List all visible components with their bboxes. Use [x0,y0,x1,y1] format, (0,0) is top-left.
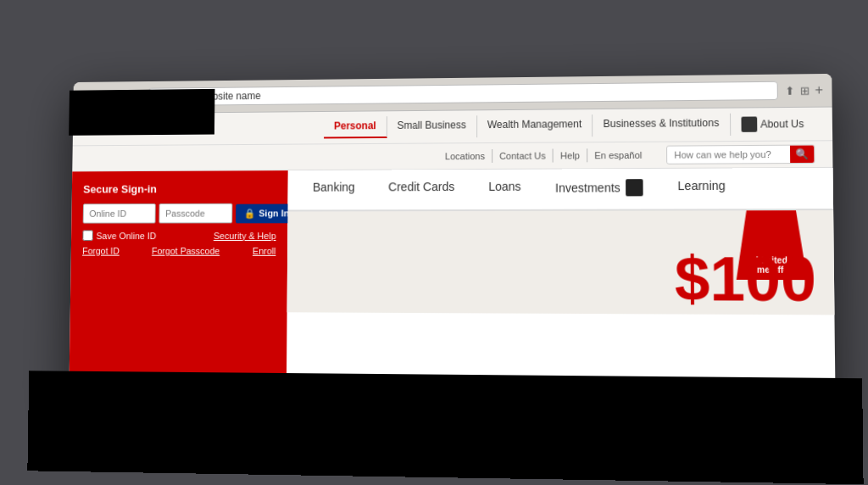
main-tabs: Banking Credit Cards Loans Investments L… [287,168,833,212]
save-id-checkbox[interactable] [82,230,93,241]
hero-amount: $100 [675,243,817,315]
secondary-contact[interactable]: Contact Us [492,149,554,163]
tab-credit-cards[interactable]: Credit Cards [371,170,471,209]
passcode-input[interactable] [159,203,232,224]
right-content: Banking Credit Cards Loans Investments L… [287,168,836,405]
save-id-label[interactable]: Save Online ID [82,230,156,241]
bank-website: Personal Small Business Wealth Managemen… [69,108,836,414]
tab-loans[interactable]: Loans [471,170,538,209]
top-nav-links: Personal Small Business Wealth Managemen… [324,113,815,139]
search-box: 🔍 [666,144,815,164]
hero-area: Limited time offer $100 [287,210,835,315]
lock-icon: 🔒 [244,208,256,219]
main-content: Secure Sign-in 🔒 Sign In Save Online ID [69,168,835,405]
add-tab-button[interactable]: + [815,82,823,98]
search-button[interactable]: 🔍 [790,146,814,164]
secondary-locations[interactable]: Locations [438,149,492,163]
secondary-espanol[interactable]: En español [587,148,649,163]
bookmark-button[interactable]: ⊞ [799,82,810,98]
online-id-input[interactable] [83,203,156,224]
signin-options: Save Online ID Security & Help [82,230,275,241]
signin-title: Secure Sign-in [83,182,276,196]
browser-actions: ⬆ ⊞ + [785,82,823,98]
topnav-small-business[interactable]: Small Business [387,115,477,138]
security-help-link[interactable]: Security & Help [214,231,276,241]
secondary-nav: Locations Contact Us Help En español 🔍 [72,141,832,171]
secondary-help[interactable]: Help [554,148,587,162]
signin-fields: 🔒 Sign In [83,203,276,224]
forgot-id-link[interactable]: Forgot ID [82,246,120,256]
signin-panel: Secure Sign-in 🔒 Sign In Save Online ID [69,170,288,399]
tab-investments[interactable]: Investments [538,169,660,209]
signin-footer: Forgot ID Forgot Passcode Enroll [82,246,275,256]
share-button[interactable]: ⬆ [785,83,795,98]
search-input[interactable] [667,147,790,163]
redacted-block [69,89,214,136]
topnav-about[interactable]: About Us [731,113,815,136]
enroll-link[interactable]: Enroll [253,246,276,256]
address-bar[interactable]: h or enter website name [148,81,778,106]
black-bar-bottom [27,371,863,484]
forgot-passcode-link[interactable]: Forgot Passcode [152,246,220,256]
topnav-personal[interactable]: Personal [324,116,387,138]
secondary-links: Locations Contact Us Help En español [438,148,649,163]
investments-icon [626,179,643,196]
about-icon [741,116,757,131]
topnav-wealth[interactable]: Wealth Management [477,114,593,137]
topnav-businesses[interactable]: Businesses & Institutions [593,114,730,137]
tab-banking[interactable]: Banking [296,170,371,210]
tab-learning[interactable]: Learning [660,168,743,209]
